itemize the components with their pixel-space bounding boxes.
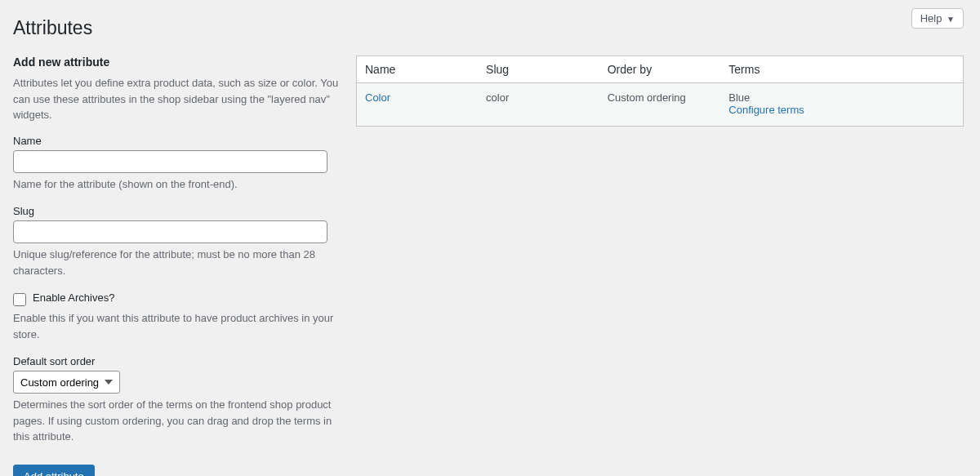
enable-archives-checkbox[interactable]	[13, 293, 26, 306]
help-button[interactable]: Help ▼	[911, 8, 964, 29]
configure-terms-link[interactable]: Configure terms	[728, 104, 804, 116]
slug-label: Slug	[13, 205, 340, 217]
slug-input[interactable]	[13, 220, 327, 243]
help-label: Help	[920, 12, 942, 24]
sort-order-hint: Determines the sort order of the terms o…	[13, 397, 340, 445]
archives-hint: Enable this if you want this attribute t…	[13, 310, 340, 342]
attribute-terms: Blue	[728, 91, 750, 104]
th-terms: Terms	[720, 56, 963, 83]
attribute-slug: color	[478, 83, 599, 127]
attribute-name-link[interactable]: Color	[365, 91, 390, 104]
sort-order-label: Default sort order	[13, 355, 340, 367]
name-hint: Name for the attribute (shown on the fro…	[13, 176, 340, 193]
form-intro: Attributes let you define extra product …	[13, 75, 340, 123]
attribute-order: Custom ordering	[599, 83, 721, 127]
add-attribute-button[interactable]: Add attribute	[13, 465, 95, 477]
th-name: Name	[357, 56, 479, 83]
sort-order-select[interactable]: Custom ordering	[13, 371, 120, 394]
form-heading: Add new attribute	[13, 56, 340, 69]
table-row: Color color Custom ordering Blue Configu…	[357, 83, 964, 127]
page-title: Attributes	[13, 10, 964, 42]
name-label: Name	[13, 135, 340, 147]
th-order: Order by	[599, 56, 721, 83]
attributes-table: Name Slug Order by Terms Color color Cus…	[356, 56, 964, 127]
th-slug: Slug	[478, 56, 599, 83]
enable-archives-label: Enable Archives?	[33, 291, 114, 304]
add-attribute-form: Add new attribute Attributes let you def…	[13, 56, 340, 476]
dropdown-arrow-icon: ▼	[947, 15, 955, 24]
slug-hint: Unique slug/reference for the attribute;…	[13, 247, 340, 278]
name-input[interactable]	[13, 150, 327, 173]
